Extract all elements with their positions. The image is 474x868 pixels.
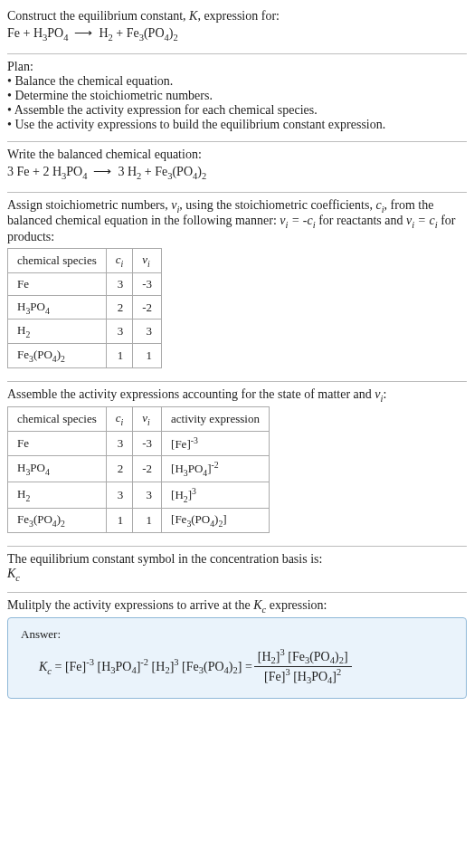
plan-bullet-4: • Use the activity expressions to build … [7,118,467,132]
c-i: ci [375,198,384,212]
table-row: H2 3 3 [8,320,162,344]
stoich-table: chemical species ci νi Fe 3 -3 H3PO4 2 -… [7,248,162,367]
cell-ci: 1 [106,343,133,367]
answer-section: Mulitply the activity expressions to arr… [7,593,467,709]
prompt-text-2: , expression for: [197,9,280,23]
kc-product-form: Kc = [Fe]-3 [H3PO4]-2 [H2]3 [Fe3(PO4)2] … [21,657,252,675]
col-species: chemical species [8,407,107,432]
bal-rhs-b: + Fe [141,165,167,178]
plan-title: Plan: [7,60,467,74]
col-vi: νi [133,407,162,432]
bal-lhs-b: PO [66,165,82,178]
kc-expression: Kc = [Fe]-3 [H3PO4]-2 [H2]3 [Fe3(PO4)2] … [21,647,453,685]
activity-expr: [Fe3(PO4)2] [162,509,270,533]
assign-section: Assign stoichiometric numbers, νi, using… [7,193,467,381]
activity-expr: [Fe]-3 [162,431,270,455]
cell-vi: 1 [133,343,162,367]
table-row: Fe3(PO4)2 1 1 [8,343,162,367]
arrow-icon: ⟶ [74,26,92,40]
cell-vi: 3 [133,320,162,344]
cell-species: Fe [8,272,107,295]
K-symbol: K [189,9,197,23]
sub-4: 4 [63,33,68,43]
prompt-equation: Fe + H3PO4 ⟶ H2 + Fe3(PO4)2 [7,24,467,44]
prompt-section: Construct the equilibrium constant, K, e… [7,4,467,53]
assign-p1: Assign stoichiometric numbers, [7,198,171,212]
multiply-a: Mulitply the activity expressions to arr… [7,598,253,612]
assemble-b: : [383,387,386,401]
eq-rhs-b: + Fe [113,26,139,40]
eqconst-line: The equilibrium constant symbol in the c… [7,552,467,567]
prompt-line1: Construct the equilibrium constant, K, e… [7,9,467,24]
cell-ci: 2 [106,295,133,320]
plan-bullet-2: • Determine the stoichiometric numbers. [7,89,467,103]
cell-vi: -3 [133,272,162,295]
sub-2b: 2 [173,33,177,43]
kc-symbol: Kc [7,567,467,583]
arrow-icon: ⟶ [93,165,111,178]
answer-label: Answer: [21,627,453,642]
kc-denominator: [Fe]3 [H3PO4]2 [254,667,352,685]
plan-bullet-1: • Balance the chemical equation. [7,74,467,89]
prompt-text-1: Construct the equilibrium constant, [7,9,189,23]
assign-paragraph: Assign stoichiometric numbers, νi, using… [7,198,467,245]
assemble-a: Assemble the activity expressions accoun… [7,387,374,401]
eq-lhs-b: PO [47,26,63,40]
bal-lhs-a: 3 Fe + 2 H [7,165,62,178]
rel-products: νi = ci [406,214,438,227]
kc-symbol: Kc [253,598,266,612]
eq-lhs-a: Fe + H [7,26,43,40]
col-ci: ci [106,249,133,273]
answer-box: Answer: Kc = [Fe]-3 [H3PO4]-2 [H2]3 [Fe3… [7,617,467,699]
cell-species: H3PO4 [8,295,107,320]
eqconst-section: The equilibrium constant symbol in the c… [7,547,467,592]
eq-rhs-c: (PO [144,26,165,40]
cell-ci: 3 [106,320,133,344]
table-row: H3PO4 2 -2 [8,295,162,320]
eq-rhs-a: H [99,26,108,40]
assemble-line: Assemble the activity expressions accoun… [7,387,467,404]
cell-species: H2 [8,320,107,344]
cell-vi: -2 [133,295,162,320]
activity-table: chemical species ci νi activity expressi… [7,406,270,532]
balanced-title: Write the balanced chemical equation: [7,148,467,162]
kc-fraction: [H2]3 [Fe3(PO4)2] [Fe]3 [H3PO4]2 [254,647,352,685]
table-row: H3PO4 2 -2 [H3PO4]-2 [8,456,270,482]
rel-reactants: νi = -ci [280,214,315,227]
col-species: chemical species [8,249,107,273]
table-row: Fe 3 -3 [Fe]-3 [8,431,270,455]
balanced-section: Write the balanced chemical equation: 3 … [7,142,467,192]
balanced-equation: 3 Fe + 2 H3PO4 ⟶ 3 H2 + Fe3(PO4)2 [7,162,467,183]
table-header-row: chemical species ci νi [8,249,162,273]
assign-p4: for reactants and [316,214,406,227]
bal-rhs-c: (PO [172,165,193,178]
table-row: H2 3 3 [H2]3 [8,482,270,509]
multiply-b: expression: [266,598,327,612]
table-row: Fe3(PO4)2 1 1 [Fe3(PO4)2] [8,509,270,533]
assign-p2: , using the stoichiometric coefficients, [179,198,375,212]
activity-expr: [H3PO4]-2 [162,456,270,482]
nu-i: νi [171,198,179,212]
activity-expr: [H2]3 [162,482,270,509]
col-vi: νi [133,249,162,273]
col-activity: activity expression [162,407,270,432]
cell-species: Fe3(PO4)2 [8,343,107,367]
activity-section: Assemble the activity expressions accoun… [7,382,467,546]
bal-rhs-a: 3 H [118,165,137,178]
kc-numerator: [H2]3 [Fe3(PO4)2] [254,647,352,666]
table-row: Fe 3 -3 [8,272,162,295]
plan-bullet-3: • Assemble the activity expression for e… [7,103,467,118]
multiply-line: Mulitply the activity expressions to arr… [7,598,467,615]
col-ci: ci [106,407,133,432]
cell-ci: 3 [106,272,133,295]
table-header-row: chemical species ci νi activity expressi… [8,407,270,432]
plan-section: Plan: • Balance the chemical equation. •… [7,54,467,141]
